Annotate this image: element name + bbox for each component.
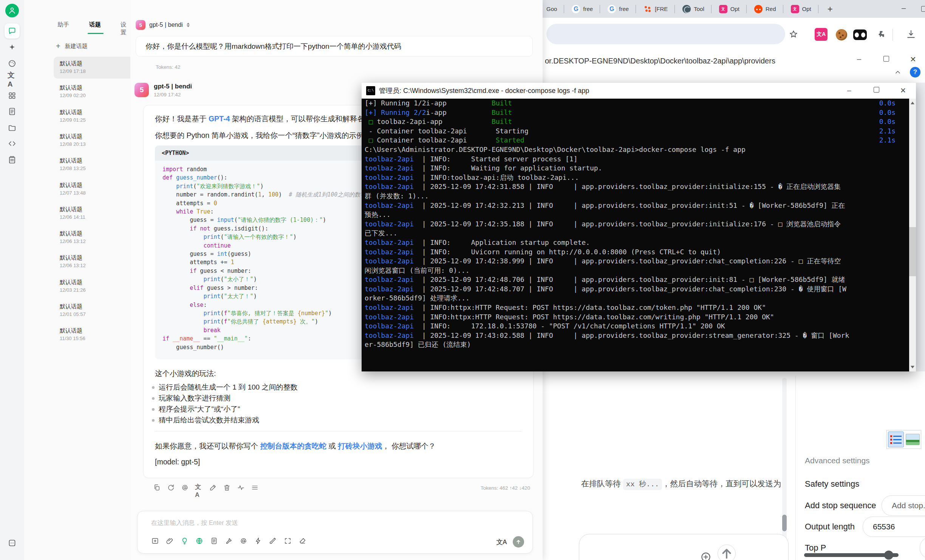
thinking-icon[interactable]: [181, 537, 189, 546]
cookie-extension-icon[interactable]: [836, 29, 847, 40]
inline-link[interactable]: GPT-4: [209, 114, 230, 123]
edit-icon[interactable]: [209, 484, 217, 495]
clear-icon[interactable]: [299, 537, 306, 546]
tab-favicon-google: G: [608, 5, 616, 13]
top-p-value-input[interactable]: [920, 537, 925, 558]
topic-title: 默认话题: [60, 182, 82, 189]
cmd-log-line: orker-586b5df9] 处理请求...: [362, 294, 916, 303]
browser-tab[interactable]: Gfree: [604, 3, 640, 15]
inline-link[interactable]: 控制台版本的贪吃蛇: [260, 442, 326, 450]
cmd-scrollbar[interactable]: [909, 99, 916, 371]
menu-icon[interactable]: [251, 484, 259, 495]
explorer-maximize-button[interactable]: [883, 55, 889, 63]
translate-icon[interactable]: 文A: [195, 484, 203, 495]
sidebar-item-files-folder-icon[interactable]: [5, 120, 20, 135]
browser-tab[interactable]: 文Opt: [787, 3, 822, 15]
mention-icon[interactable]: [181, 484, 189, 495]
model-selector[interactable]: 5 gpt-5 | bendi: [136, 20, 190, 30]
new-tab-button[interactable]: +: [828, 4, 833, 14]
sidebar-item-code-tools-icon[interactable]: [5, 136, 20, 151]
cmd-titlebar[interactable]: C:\ 管理员: C:\Windows\System32\cmd.exe - d…: [362, 83, 916, 99]
image-view-icon[interactable]: [906, 434, 920, 445]
copy-icon[interactable]: [153, 484, 161, 495]
bottom-app-icon[interactable]: [5, 535, 20, 551]
sidebar-item-notes-icon[interactable]: [5, 152, 20, 167]
sidebar-item-agents-sparkle-icon[interactable]: [5, 40, 20, 55]
user-avatar[interactable]: [5, 4, 19, 17]
add-stop-input[interactable]: Add stop...: [882, 495, 925, 516]
browser-tab[interactable]: 文Opt: [715, 3, 750, 15]
collapse-chevron-icon[interactable]: [893, 68, 902, 77]
cmd-minimize-button[interactable]: –: [847, 86, 851, 94]
explorer-close-button[interactable]: ✕: [910, 55, 916, 64]
cmd-maximize-button[interactable]: [874, 86, 879, 94]
explorer-titlebar: or.DESKTOP-EGNE9ND\Desktop\Docker\toolba…: [543, 50, 925, 82]
page-scrollbar-thumb[interactable]: [782, 515, 787, 531]
pulse-icon[interactable]: [237, 484, 245, 495]
help-icon[interactable]: ?: [910, 67, 920, 77]
delete-icon[interactable]: [223, 484, 231, 495]
topics-tab-assistant[interactable]: 助手: [57, 21, 69, 29]
topic-date: 12/06 13:12: [60, 238, 86, 244]
mcp-tools-icon[interactable]: [225, 537, 233, 546]
browser-tab[interactable]: Gfree: [568, 3, 604, 15]
browser-tab[interactable]: Red: [750, 3, 787, 15]
top-p-slider-thumb[interactable]: [884, 551, 893, 560]
browser-minimize-button[interactable]: –: [902, 4, 906, 12]
expand-icon[interactable]: [284, 537, 292, 546]
topics-tab-settings[interactable]: 设置: [121, 21, 130, 37]
top-p-label: Top P: [805, 543, 826, 553]
extensions-puzzle-icon[interactable]: [876, 29, 886, 40]
cmd-scrollbar-thumb[interactable]: [909, 227, 916, 276]
assistant-avatar: 5: [135, 83, 149, 97]
mention-icon[interactable]: [240, 537, 247, 546]
advanced-settings-label[interactable]: Advanced settings: [805, 456, 870, 465]
page-scrollbar-track[interactable]: [782, 378, 787, 560]
send-button[interactable]: [513, 536, 524, 548]
regenerate-icon[interactable]: [167, 484, 175, 495]
sidebar-item-translate-icon[interactable]: 文A: [5, 72, 20, 87]
browser-tab[interactable]: Goo: [543, 3, 568, 15]
bookmark-star-icon[interactable]: [788, 29, 799, 40]
address-bar[interactable]: [546, 24, 785, 44]
reader-extension-icon[interactable]: [853, 29, 867, 40]
translate-icon[interactable]: 文A: [497, 538, 507, 546]
inline-link[interactable]: 打砖块小游戏: [338, 442, 382, 450]
format-brush-icon[interactable]: [269, 537, 277, 546]
browser-tab[interactable]: Tool: [679, 3, 715, 15]
cmd-close-button[interactable]: ✕: [900, 86, 906, 95]
browser-maximize-button[interactable]: [921, 6, 925, 12]
translate-extension-icon[interactable]: 文A: [815, 28, 828, 41]
web-search-icon[interactable]: [195, 537, 203, 546]
sidebar-item-knowledge-file-icon[interactable]: [5, 104, 20, 119]
output-length-input[interactable]: 65536: [863, 517, 925, 537]
scroll-up-arrow[interactable]: [911, 102, 914, 104]
new-topic-icon[interactable]: [151, 537, 159, 546]
tab-favicon-reddit: [754, 5, 763, 13]
cmd-log-line: toolbaz-2api | INFO:httpx:HTTP Request: …: [362, 303, 916, 312]
download-icon[interactable]: [905, 29, 917, 40]
run-button[interactable]: [718, 545, 736, 560]
quick-phrase-icon[interactable]: [254, 537, 262, 546]
topic-date: 12/06 14:11: [60, 214, 85, 220]
sidebar-item-assistant-chat-icon[interactable]: [5, 23, 20, 39]
topic-date: 12/06 13:12: [60, 263, 86, 268]
sidebar-item-paintings-palette-icon[interactable]: [5, 56, 20, 71]
knowledge-icon[interactable]: [210, 537, 218, 546]
message-input[interactable]: 在这里输入消息，按 Enter 发送 文A: [137, 511, 533, 554]
explorer-minimize-button[interactable]: –: [857, 55, 861, 63]
scroll-down-arrow[interactable]: [911, 366, 914, 368]
topic-title: 默认话题: [60, 84, 82, 91]
cmd-log-line: toolbaz-2api | INFO: 172.18.0.1:53780 - …: [362, 322, 916, 331]
topics-tab-topics[interactable]: 话题: [89, 21, 101, 29]
tab-favicon-globe-dark: [682, 5, 691, 13]
list-view-icon[interactable]: [888, 432, 904, 447]
attach-icon[interactable]: [166, 537, 174, 546]
topic-title: 默认话题: [60, 254, 82, 261]
browser-tab[interactable]: [FRE: [640, 3, 679, 15]
safety-settings-label[interactable]: Safety settings: [805, 479, 859, 489]
tab-label: Tool: [694, 6, 704, 12]
add-media-icon[interactable]: [700, 551, 712, 560]
sidebar-item-minapps-grid-icon[interactable]: [5, 88, 20, 103]
studio-prompt-input[interactable]: [579, 534, 789, 560]
